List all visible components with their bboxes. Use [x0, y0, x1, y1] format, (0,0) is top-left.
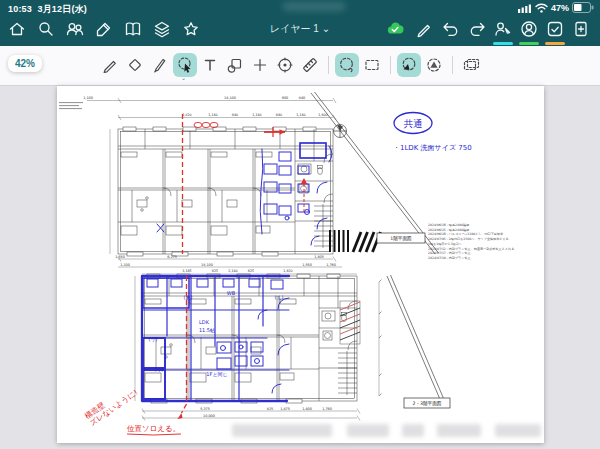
layers-button[interactable]: [151, 18, 173, 40]
compose-button[interactable]: [93, 18, 115, 40]
svg-text:2,620: 2,620: [182, 113, 191, 117]
indicator-orange: [545, 42, 565, 45]
lower-plan-label: 2・3階平面図: [413, 400, 442, 407]
ruler-icon: [300, 55, 320, 75]
tool-add-element[interactable]: [248, 53, 272, 77]
tasks-button[interactable]: [544, 18, 566, 40]
svg-text:940: 940: [232, 113, 238, 117]
svg-text:1,550: 1,550: [302, 263, 312, 267]
share-people-button[interactable]: [64, 18, 86, 40]
svg-text:18,100: 18,100: [201, 263, 213, 267]
document-canvas: (あ)WB(え)LDK11.5帖(う)(う)1Fと同じ 構造壁ズレないように! …: [0, 86, 600, 449]
tool-multi-select[interactable]: [459, 53, 483, 77]
svg-text:825: 825: [248, 269, 254, 273]
favorite-button[interactable]: [180, 18, 202, 40]
svg-text:1,140: 1,140: [252, 113, 261, 117]
tool-marquee-rect[interactable]: [360, 53, 384, 77]
svg-text:2024/07/19 : 内部プラン変更。: 2024/07/19 : 内部プラン変更。: [428, 256, 474, 260]
more-menu-button[interactable]: [596, 18, 600, 40]
blue-note-title: 共通: [404, 118, 423, 129]
blue-note-line: ・1LDK 洗面サイズ 750: [393, 144, 472, 152]
svg-text:825: 825: [267, 407, 273, 411]
home-button[interactable]: [6, 18, 28, 40]
svg-text:(あ): (あ): [183, 294, 192, 301]
document-title[interactable]: レイヤー 1 ⌄: [230, 22, 370, 36]
document-title-text: レイヤー 1: [270, 23, 319, 34]
zoom-level-badge[interactable]: 42%: [8, 55, 42, 72]
parking-hatch: [329, 230, 381, 252]
title-chevron-icon: ⌄: [322, 23, 330, 34]
tool-lasso-shape[interactable]: [397, 53, 421, 77]
toolbar-divider: [328, 56, 329, 74]
pencil-tool-icon: [100, 55, 120, 75]
svg-text:1,100: 1,100: [120, 263, 130, 267]
date: 3月12日(水): [37, 4, 87, 14]
svg-text:1,550: 1,550: [115, 255, 125, 259]
toolbar-divider: [390, 56, 391, 74]
documents-button[interactable]: [122, 18, 144, 40]
redo-button[interactable]: [466, 18, 488, 40]
undo-button[interactable]: [440, 18, 462, 40]
svg-text:1階を1階扉から3枚引へ: 1階を1階扉から3枚引へ: [428, 242, 463, 246]
tool-lasso-circle[interactable]: [335, 53, 359, 77]
tool-lasso-select[interactable]: ⌄: [173, 53, 197, 77]
tool-eraser[interactable]: [123, 53, 147, 77]
tool-pen[interactable]: [148, 53, 172, 77]
tool-shapes[interactable]: [223, 53, 247, 77]
nav-bar: レイヤー 1 ⌄: [0, 15, 600, 46]
eraser-icon: [125, 55, 145, 75]
cellular-icon: [518, 3, 532, 13]
svg-text:1,760: 1,760: [322, 407, 332, 411]
svg-text:1,900: 1,900: [318, 113, 327, 117]
book-icon: [123, 19, 143, 39]
tool-ruler[interactable]: [298, 53, 322, 77]
collaborate-button[interactable]: [492, 18, 514, 40]
sync-status-button[interactable]: [384, 18, 406, 40]
blue-ink-lower: [142, 276, 289, 401]
wifi-icon: [535, 3, 548, 13]
plus-icon: [250, 55, 270, 75]
svg-text:(う): (う): [148, 336, 157, 342]
svg-text:1,140: 1,140: [296, 113, 305, 117]
person-circle-icon: [519, 19, 539, 39]
circle-triangle-icon: [424, 55, 444, 75]
page-add-icon: [571, 19, 591, 39]
lasso-shape-icon: [399, 55, 419, 75]
people-icon: [65, 19, 85, 39]
svg-text:1,820: 1,820: [283, 269, 292, 273]
battery-percent: 47%: [551, 3, 569, 13]
svg-text:18,100: 18,100: [224, 96, 236, 100]
clock: 10:53: [8, 4, 32, 14]
svg-text:2,140: 2,140: [228, 269, 237, 273]
blue-ink-upper: [157, 143, 332, 245]
svg-text:840: 840: [299, 96, 305, 100]
red-note-line: 位置ソロえる。: [127, 424, 180, 433]
svg-text:LDK: LDK: [199, 319, 210, 325]
compose-pen-icon: [94, 19, 114, 39]
svg-text:900: 900: [282, 96, 288, 100]
svg-text:3,185: 3,185: [182, 269, 191, 273]
stamp-target-icon: [275, 55, 295, 75]
svg-text:1,100: 1,100: [83, 96, 93, 100]
search-icon: [36, 19, 56, 39]
notebook-page[interactable]: (あ)WB(え)LDK11.5帖(う)(う)1Fと同じ 構造壁ズレないように! …: [57, 86, 544, 443]
tool-text[interactable]: [198, 53, 222, 77]
tool-shape-recognize[interactable]: [422, 53, 446, 77]
search-button[interactable]: [35, 18, 57, 40]
lasso-circle-icon: [337, 55, 357, 75]
edit-mode-button[interactable]: [413, 18, 435, 40]
pencil-icon: [414, 19, 434, 39]
svg-text:1,400: 1,400: [302, 407, 312, 411]
tool-pencil[interactable]: [98, 53, 122, 77]
svg-text:1,760: 1,760: [326, 263, 336, 267]
battery-icon: [572, 2, 594, 13]
svg-text:2024/06/18 : 階高2400確認: 2024/06/18 : 階高2400確認: [428, 223, 470, 227]
svg-text:1,475: 1,475: [280, 407, 290, 411]
svg-text:(う): (う): [154, 366, 163, 372]
cloud-synced-icon: [385, 19, 406, 39]
redo-icon: [467, 19, 487, 39]
add-page-button[interactable]: [570, 18, 592, 40]
revision-notes: 2024/06/18 : 階高2400確認2024/06/25 : 階高2400…: [428, 223, 517, 260]
account-button[interactable]: [518, 18, 540, 40]
tool-stamp[interactable]: [273, 53, 297, 77]
